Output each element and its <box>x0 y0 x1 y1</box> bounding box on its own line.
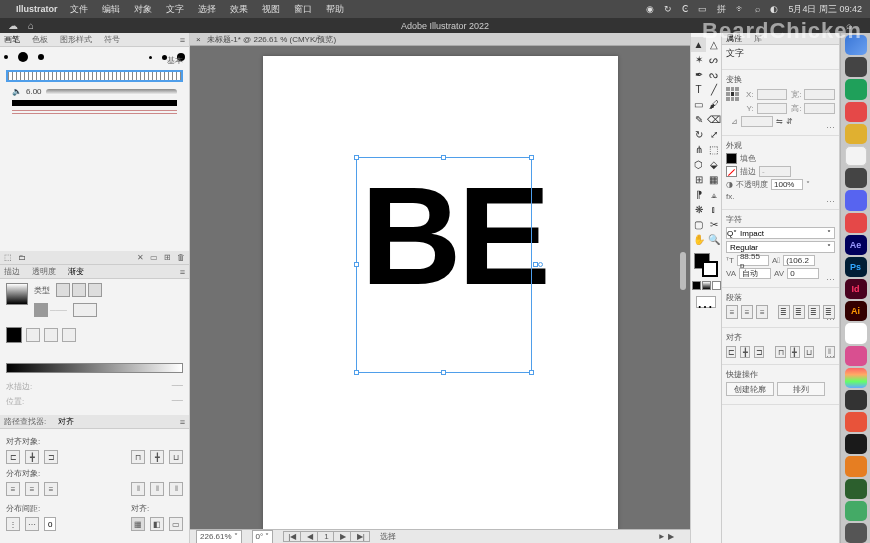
para-right[interactable]: ≡ <box>756 305 768 319</box>
leading-input[interactable]: (106.2 <box>783 255 815 266</box>
opt2-icon[interactable]: ▭ <box>150 253 158 262</box>
libraries-icon[interactable]: ⬚ <box>4 253 12 262</box>
vertical-scrollbar[interactable] <box>680 252 686 290</box>
handle-bl[interactable] <box>354 370 359 375</box>
symbol-spray-tool[interactable]: ❋ <box>691 202 706 217</box>
dock-app8[interactable] <box>845 190 867 210</box>
direct-select-tool[interactable]: △ <box>706 37 721 52</box>
eyedrop-tool[interactable]: ⁋ <box>691 187 706 202</box>
handle-out-port[interactable] <box>538 262 543 267</box>
tab-properties[interactable]: 属性 <box>726 33 742 44</box>
dist-hcenter[interactable]: ⦀ <box>150 482 164 496</box>
stroke-swatch[interactable] <box>726 166 737 177</box>
tracking-input[interactable]: 0 <box>787 268 819 279</box>
folder-icon[interactable]: 🗀 <box>18 253 26 262</box>
dist-hright[interactable]: ⦀ <box>169 482 183 496</box>
brush-sample-charcoal[interactable] <box>12 100 177 106</box>
brush-sample-arrow[interactable] <box>12 110 177 114</box>
status-input-icon[interactable]: 拼 <box>717 3 726 16</box>
menu-select[interactable]: 选择 <box>198 3 216 16</box>
mini-align-right[interactable]: ⊐ <box>754 346 764 358</box>
status-sync-icon[interactable]: ↻ <box>664 4 672 14</box>
hand-tool[interactable]: ✋ <box>691 232 706 247</box>
panel-menu-icon[interactable]: ≡ <box>180 35 185 45</box>
appearance-more-icon[interactable]: ⋯ <box>826 197 835 207</box>
edit-toolbar-button[interactable]: ⋯ <box>696 296 716 308</box>
perspective-tool[interactable]: ⬙ <box>706 157 721 172</box>
para-jcenter[interactable]: ≣ <box>793 305 805 319</box>
handle-mr[interactable] <box>533 262 538 267</box>
status-hint[interactable]: ► ▶ <box>658 532 674 541</box>
stroke-size-value[interactable]: 6.00 <box>26 87 42 96</box>
dock-id[interactable]: Id <box>845 279 867 299</box>
selection-bounding-box[interactable] <box>356 157 532 373</box>
colormode-none[interactable] <box>712 281 721 290</box>
dist-vcenter[interactable]: ≡ <box>25 482 39 496</box>
align-bottom[interactable]: ⊔ <box>169 450 183 464</box>
create-outlines-button[interactable]: 创建轮廓 <box>726 382 774 396</box>
shaper-tool[interactable]: ✎ <box>691 112 706 127</box>
status-wifi-icon[interactable]: ᯤ <box>736 4 745 14</box>
dock-app7[interactable] <box>845 168 867 188</box>
char-more-icon[interactable]: ⋯ <box>826 275 835 285</box>
scale-tool[interactable]: ⤢ <box>706 127 721 142</box>
align-to-selection[interactable]: ▦ <box>131 517 145 531</box>
font-family-input[interactable]: Q˅Impact˅ <box>726 227 835 239</box>
status-date[interactable]: 5月4日 周三 09:42 <box>788 3 862 16</box>
dock-app19[interactable] <box>845 434 867 454</box>
dist-vbottom[interactable]: ≡ <box>44 482 58 496</box>
handle-tr[interactable] <box>529 155 534 160</box>
grad-stroke-opt3[interactable] <box>62 328 76 342</box>
mini-align-bottom[interactable]: ⊔ <box>804 346 814 358</box>
nav-num[interactable]: 1 <box>320 532 333 541</box>
dist-vtop[interactable]: ≡ <box>6 482 20 496</box>
dist-hleft[interactable]: ⦀ <box>131 482 145 496</box>
artboard-nav[interactable]: |◀ ◀ 1 ▶ ▶| <box>283 531 370 542</box>
ref-point-widget[interactable] <box>726 87 739 101</box>
menu-edit[interactable]: 编辑 <box>102 3 120 16</box>
shapebuilder-tool[interactable]: ⬡ <box>691 157 706 172</box>
gradient-thumb[interactable] <box>6 283 28 305</box>
align-vcenter[interactable]: ╋ <box>150 450 164 464</box>
doc-tab-name[interactable]: 未标题-1* @ 226.61 % (CMYK/预览) <box>207 34 336 45</box>
cloud-icon[interactable]: ☁ <box>8 20 18 31</box>
mini-align-vcenter[interactable]: ╋ <box>790 346 800 358</box>
dock-ai[interactable]: Ai <box>845 301 867 321</box>
brush-tool[interactable]: 🖌 <box>706 97 721 112</box>
handle-bm[interactable] <box>441 370 446 375</box>
dist-vspace[interactable]: ⋮ <box>6 517 20 531</box>
align-hcenter[interactable]: ╋ <box>25 450 39 464</box>
align-left[interactable]: ⊏ <box>6 450 20 464</box>
canvas[interactable]: BE ↖ <box>190 46 690 529</box>
dock-app9[interactable] <box>845 213 867 233</box>
fill-swatch[interactable] <box>726 153 737 164</box>
nav-next[interactable]: ▶ <box>336 532 351 541</box>
grad-edit-button[interactable] <box>34 303 48 317</box>
width-tool[interactable]: ⋔ <box>691 142 706 157</box>
status-cc2-icon[interactable]: ◐ <box>770 4 778 14</box>
tab-gradient[interactable]: 渐变 <box>68 266 84 277</box>
artboard-tool[interactable]: ▢ <box>691 217 706 232</box>
dock-app21[interactable] <box>845 479 867 499</box>
dock-app3[interactable] <box>845 79 867 99</box>
artboard[interactable]: BE ↖ <box>263 56 618 529</box>
grad-stroke-opt1[interactable] <box>26 328 40 342</box>
align-more-icon[interactable]: ⋯ <box>826 352 835 362</box>
menu-object[interactable]: 对象 <box>134 3 152 16</box>
grad-linear-button[interactable] <box>56 283 70 297</box>
tab-pathfinder[interactable]: 路径查找器: <box>4 416 46 427</box>
handle-tl[interactable] <box>354 155 359 160</box>
w-input[interactable] <box>804 89 835 100</box>
app-name[interactable]: Illustrator <box>16 4 58 14</box>
para-center[interactable]: ≡ <box>741 305 753 319</box>
mini-align-left[interactable]: ⊏ <box>726 346 736 358</box>
dock-app16[interactable] <box>845 368 867 388</box>
type-tool[interactable]: T <box>691 82 706 97</box>
graph-tool[interactable]: ⫾ <box>706 202 721 217</box>
rotate-dropdown[interactable]: 0° ˅ <box>252 530 274 544</box>
kern-input[interactable]: 自动 <box>739 268 771 279</box>
menu-help[interactable]: 帮助 <box>326 3 344 16</box>
tab-stroke[interactable]: 描边 <box>4 266 20 277</box>
zoom-dropdown[interactable]: 226.61% ˅ <box>196 530 242 544</box>
align-top[interactable]: ⊓ <box>131 450 145 464</box>
